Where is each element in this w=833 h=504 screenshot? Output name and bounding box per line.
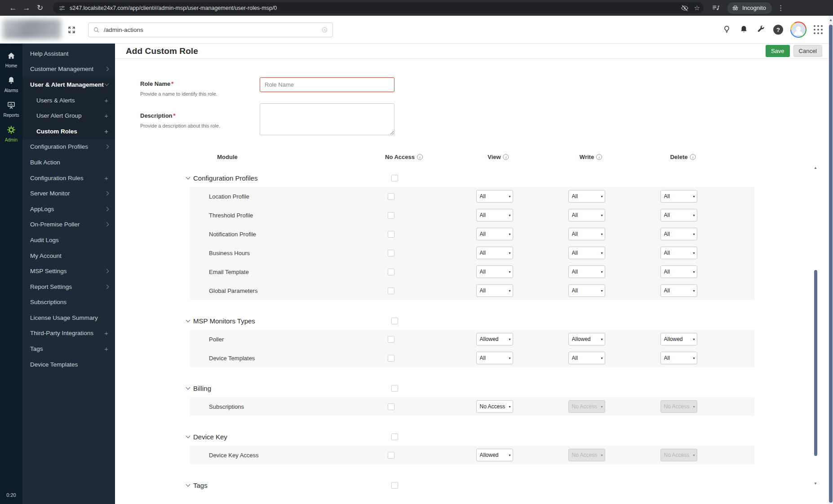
sidebar-item-configuration-rules[interactable]: Configuration Rules+ [22, 170, 115, 186]
sidebar-item-server-monitor[interactable]: Server Monitor [22, 186, 115, 201]
write-select[interactable]: All [568, 247, 605, 259]
view-select[interactable]: No Access [476, 400, 513, 413]
tools-wrench-icon[interactable] [756, 25, 766, 35]
view-select[interactable]: All [476, 284, 513, 297]
sidebar-item-tags[interactable]: Tags+ [22, 341, 115, 357]
sidebar-item-subscriptions[interactable]: Subscriptions [22, 295, 115, 310]
section-no-access-checkbox[interactable] [391, 482, 398, 489]
sidebar-item-license-usage-summary[interactable]: License Usage Summary [22, 310, 115, 326]
write-select[interactable]: Allowed [568, 333, 605, 345]
help-icon[interactable]: ? [773, 25, 783, 35]
sidebar-item-msp-settings[interactable]: MSP Settings [22, 263, 115, 279]
view-select[interactable]: All [476, 209, 513, 221]
inner-scrollbar-thumb[interactable] [814, 270, 817, 456]
section-no-access-checkbox[interactable] [391, 318, 398, 324]
section-no-access-checkbox[interactable] [391, 433, 398, 440]
sidebar-item-on-premise-poller[interactable]: On-Premise Poller [22, 217, 115, 233]
no-access-checkbox[interactable] [388, 250, 394, 256]
view-select[interactable]: All [476, 265, 513, 278]
delete-select[interactable]: No Access [660, 400, 697, 413]
delete-select[interactable]: All [660, 265, 697, 278]
view-select[interactable]: All [476, 352, 513, 364]
info-icon[interactable]: i [596, 154, 602, 160]
info-icon[interactable]: i [417, 154, 423, 160]
no-access-checkbox[interactable] [388, 403, 394, 410]
write-select[interactable]: No Access [568, 449, 605, 461]
notification-bell-icon[interactable] [739, 25, 749, 35]
no-access-checkbox[interactable] [388, 287, 394, 294]
description-textarea[interactable] [260, 103, 394, 135]
section-no-access-checkbox[interactable] [391, 385, 398, 392]
address-bar[interactable]: s247.localsite24x7.com/app/client#/admin… [53, 2, 704, 13]
delete-select[interactable]: All [660, 247, 697, 259]
delete-select[interactable]: All [660, 228, 697, 240]
delete-select[interactable]: All [660, 352, 697, 364]
no-access-checkbox[interactable] [388, 452, 394, 459]
write-select[interactable]: All [568, 228, 605, 240]
write-select[interactable]: All [568, 265, 605, 278]
no-access-checkbox[interactable] [388, 355, 394, 362]
sidebar-item-customer-management[interactable]: Customer Management [22, 62, 115, 77]
media-queue-icon[interactable] [712, 4, 720, 12]
view-select[interactable]: All [476, 228, 513, 240]
sidebar-item-my-account[interactable]: My Account [22, 248, 115, 264]
browser-back-icon[interactable]: ← [6, 4, 20, 13]
sidebar-item-device-templates[interactable]: Device Templates [22, 357, 115, 372]
role-name-input[interactable] [260, 77, 394, 92]
inner-scroll-down-icon[interactable]: ▼ [812, 482, 819, 486]
section-toggle-device-key[interactable]: Device Key [186, 433, 361, 441]
fullscreen-expand-icon[interactable] [67, 26, 76, 34]
eye-off-icon[interactable] [681, 4, 689, 12]
no-access-checkbox[interactable] [388, 269, 394, 275]
scrollbar-thumb[interactable] [829, 25, 833, 503]
sidebar-item-custom-roles[interactable]: Custom Roles+ [22, 124, 115, 139]
write-select[interactable]: All [568, 209, 605, 221]
sidebar-item-help-assistant[interactable]: Help Assistant [22, 46, 115, 62]
site-info-icon[interactable] [58, 4, 66, 12]
no-access-checkbox[interactable] [388, 193, 394, 200]
view-select[interactable]: Allowed [476, 333, 513, 345]
rail-item-admin[interactable]: Admin [0, 121, 22, 146]
lightbulb-icon[interactable] [722, 25, 732, 35]
sidebar-item-audit-logs[interactable]: Audit Logs [22, 232, 115, 248]
rail-item-reports[interactable]: Reports [0, 97, 22, 121]
browser-reload-icon[interactable]: ↻ [33, 3, 47, 13]
write-select[interactable]: All [568, 284, 605, 297]
delete-select[interactable]: All [660, 284, 697, 297]
scroll-up-icon[interactable]: ▲ [829, 18, 833, 22]
url-text[interactable]: s247.localsite24x7.com/app/client#/admin… [70, 5, 675, 11]
sidebar-item-third-party-integrations[interactable]: Third-Party Integrations+ [22, 326, 115, 341]
cancel-button[interactable]: Cancel [793, 45, 822, 57]
sidebar-item-user-alert-group[interactable]: User Alert Group+ [22, 108, 115, 124]
apps-grid-icon[interactable] [814, 25, 823, 35]
sidebar-item-user-alert-management[interactable]: User & Alert Management [22, 77, 115, 93]
avatar[interactable] [790, 22, 806, 38]
write-select[interactable]: No Access [568, 400, 605, 413]
bookmark-star-icon[interactable]: ☆ [694, 4, 700, 12]
section-no-access-checkbox[interactable] [391, 175, 398, 181]
browser-menu-icon[interactable]: ⋮ [777, 4, 784, 12]
section-toggle-msp-monitors-types[interactable]: MSP Monitors Types [186, 317, 361, 325]
section-toggle-configuration-profiles[interactable]: Configuration Profiles [186, 174, 361, 182]
no-access-checkbox[interactable] [388, 212, 394, 219]
delete-select[interactable]: All [660, 190, 697, 203]
no-access-checkbox[interactable] [388, 231, 394, 238]
section-toggle-tags[interactable]: Tags [186, 482, 361, 489]
inner-scroll-up-icon[interactable]: ▲ [812, 166, 819, 170]
delete-select[interactable]: No Access [660, 449, 697, 461]
info-icon[interactable]: i [690, 154, 696, 160]
write-select[interactable]: All [568, 352, 605, 364]
search-input[interactable] [104, 27, 321, 33]
sidebar-item-bulk-action[interactable]: Bulk Action [22, 155, 115, 170]
rail-item-alarms[interactable]: Alarms [0, 72, 22, 97]
delete-select[interactable]: Allowed [660, 333, 697, 345]
sidebar-item-configuration-profiles[interactable]: Configuration Profiles [22, 139, 115, 155]
global-search[interactable] [88, 22, 333, 37]
search-clear-icon[interactable] [321, 27, 328, 33]
sidebar-item-users-alerts[interactable]: Users & Alerts+ [22, 93, 115, 108]
info-icon[interactable]: i [503, 154, 509, 160]
sidebar-item-applogs[interactable]: AppLogs [22, 201, 115, 217]
view-select[interactable]: All [476, 190, 513, 203]
view-select[interactable]: All [476, 247, 513, 259]
no-access-checkbox[interactable] [388, 336, 394, 343]
